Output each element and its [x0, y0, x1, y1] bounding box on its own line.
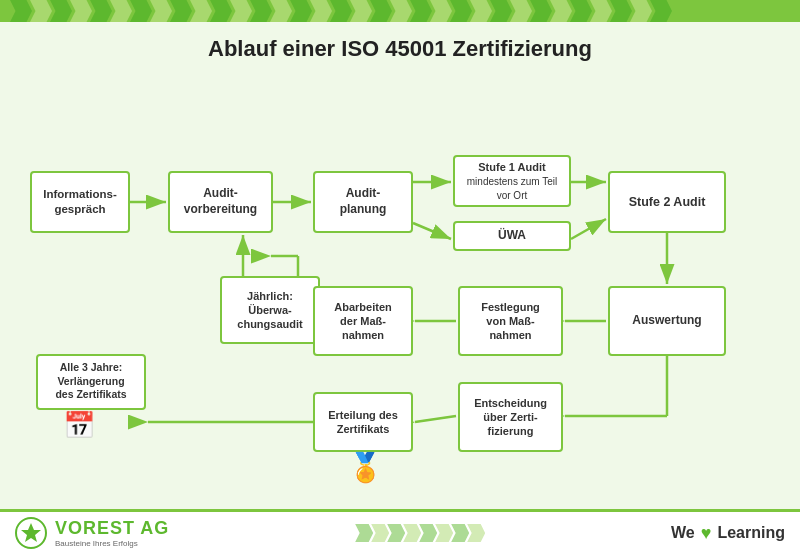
box-jaehrlich: Jährlich:Überwa-chungsaudit [220, 276, 320, 344]
logo-area: VOREST AG Bausteine Ihres Erfolgs [15, 517, 169, 549]
chevron [270, 0, 292, 22]
bottom-chevron [355, 524, 373, 542]
box-festlegung: Festlegungvon Maß-nahmen [458, 286, 563, 356]
chevron [650, 0, 672, 22]
award-icon: 🏅 [348, 454, 383, 482]
bottom-chevron [371, 524, 389, 542]
chevron [430, 0, 452, 22]
top-banner [0, 0, 800, 22]
svg-line-17 [415, 416, 456, 422]
chevron [310, 0, 332, 22]
chevron [230, 0, 252, 22]
box-entscheidung: Entscheidungüber Zerti-fizierung [458, 382, 563, 452]
chevron [590, 0, 612, 22]
bottom-chevrons [355, 524, 485, 542]
chevron [70, 0, 92, 22]
bottom-chevron [387, 524, 405, 542]
chevron [110, 0, 132, 22]
flow-diagram: Informations-gespräch Audit-vorbereitung… [18, 76, 782, 466]
box-info: Informations-gespräch [30, 171, 130, 233]
box-auswertung: Auswertung [608, 286, 726, 356]
chevron [150, 0, 172, 22]
chevron [130, 0, 152, 22]
chevron [390, 0, 412, 22]
box-uewa: ÜWA [453, 221, 571, 251]
page-title: Ablauf einer ISO 45001 Zertifizierung [18, 36, 782, 62]
we-learning: We ♥ Learning [671, 523, 785, 544]
calendar-icon: 📅 [63, 412, 95, 438]
svg-line-5 [413, 223, 451, 239]
chevron [470, 0, 492, 22]
logo-name: VOREST AG [55, 518, 169, 539]
bottom-chevron [403, 524, 421, 542]
box-audit-vorb: Audit-vorbereitung [168, 171, 273, 233]
bottom-chevron [435, 524, 453, 542]
chevron [10, 0, 32, 22]
logo-text-container: VOREST AG Bausteine Ihres Erfolgs [55, 518, 169, 548]
heart-icon: ♥ [701, 523, 712, 544]
chevron [530, 0, 552, 22]
we-text: We [671, 524, 695, 542]
svg-line-7 [571, 219, 606, 239]
box-audit-plan: Audit-planung [313, 171, 413, 233]
chevron [510, 0, 532, 22]
box-abarbeiten: Abarbeitender Maß-nahmen [313, 286, 413, 356]
chevron [410, 0, 432, 22]
chevron [570, 0, 592, 22]
bottom-chevron [419, 524, 437, 542]
bottom-bar: VOREST AG Bausteine Ihres Erfolgs We ♥ L… [0, 509, 800, 554]
logo-icon [15, 517, 47, 549]
chevron [210, 0, 232, 22]
learning-text: Learning [717, 524, 785, 542]
chevron [50, 0, 72, 22]
box-stufe2: Stufe 2 Audit [608, 171, 726, 233]
chevron [170, 0, 192, 22]
chevron [190, 0, 212, 22]
chevron [610, 0, 632, 22]
box-erteilung: Erteilung desZertifikats [313, 392, 413, 452]
main-content: Ablauf einer ISO 45001 Zertifizierung [0, 22, 800, 509]
chevron [250, 0, 272, 22]
chevron [290, 0, 312, 22]
logo-subtitle: Bausteine Ihres Erfolgs [55, 539, 169, 548]
top-chevrons [10, 0, 672, 22]
svg-marker-20 [21, 523, 41, 542]
box-stufe1: Stufe 1 Audit mindestens zum Teilvor Ort [453, 155, 571, 207]
note-alle3: Alle 3 Jahre:Verlängerungdes Zertifikats [36, 354, 146, 410]
chevron [330, 0, 352, 22]
chevron [370, 0, 392, 22]
chevron [630, 0, 652, 22]
chevron [550, 0, 572, 22]
bottom-chevron [467, 524, 485, 542]
bottom-chevron [451, 524, 469, 542]
chevron [90, 0, 112, 22]
chevron [490, 0, 512, 22]
chevron [30, 0, 52, 22]
chevron [350, 0, 372, 22]
chevron [450, 0, 472, 22]
